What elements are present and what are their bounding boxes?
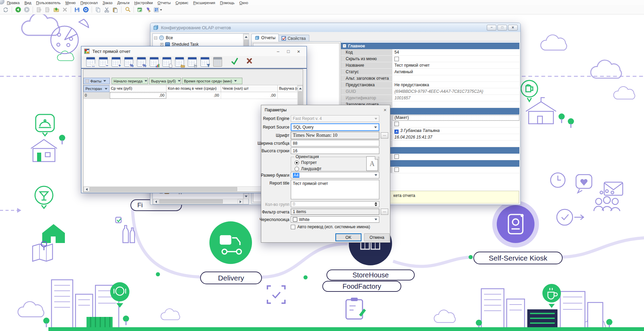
expand-icon[interactable] (160, 43, 163, 46)
tree-item-all[interactable]: Все (154, 35, 173, 41)
prop-row[interactable]: Скрыть из меню (341, 56, 519, 62)
menu-rasshireniya[interactable]: Расширения (193, 1, 215, 5)
prop-row[interactable]: Код54 (341, 49, 519, 56)
exit-alt-icon[interactable] (44, 6, 51, 13)
menu-polzovatel[interactable]: Пользователь (36, 1, 60, 5)
minimize-icon[interactable]: – (273, 47, 283, 55)
filter-icon[interactable] (200, 57, 209, 67)
filter-browse-button[interactable] (381, 209, 388, 215)
delete-icon[interactable] (61, 6, 68, 13)
column-header[interactable]: Чеков (нал) шт (221, 85, 278, 92)
cut-icon[interactable] (103, 6, 110, 13)
data-field-chip[interactable]: Начало периода (112, 78, 148, 84)
paste-icon[interactable] (112, 6, 119, 13)
data-cell[interactable]: ,00 (221, 92, 278, 99)
minimize-icon[interactable] (487, 25, 496, 31)
collapse-icon[interactable] (154, 36, 157, 40)
layout-icon[interactable] (213, 57, 222, 67)
dialog-title-bar[interactable]: Параметры × (261, 105, 390, 114)
font-field[interactable]: Times New Roman: 10 (291, 132, 379, 139)
view-grid-icon[interactable] (153, 6, 164, 13)
percent-column-icon[interactable]: % (137, 57, 146, 67)
checkbox[interactable] (291, 225, 295, 229)
groups-spinner[interactable]: 0 (291, 201, 379, 207)
paper-select[interactable]: A4 (291, 172, 379, 178)
tree-hscrollbar[interactable] (153, 199, 243, 204)
menu-pravka[interactable]: Правка (7, 1, 20, 5)
menu-servis[interactable]: Сервис (175, 1, 188, 5)
data-cell[interactable] (278, 92, 298, 99)
menu-pomosch[interactable]: Помощь (220, 1, 235, 5)
prop-row[interactable]: Идентификатор1001657 (341, 95, 519, 101)
exit-icon[interactable] (35, 6, 43, 13)
checkbox[interactable] (394, 122, 399, 126)
report-source-select[interactable]: SQL Query (291, 123, 379, 131)
chart-icon[interactable] (150, 57, 159, 67)
close-icon[interactable]: × (294, 47, 304, 55)
back-icon[interactable] (14, 6, 22, 13)
report-title-textarea[interactable]: Тест прямой отчет (291, 180, 379, 199)
olap-title-bar[interactable]: Конфигурирование OLAP отчетов (150, 23, 520, 32)
report-engine-select[interactable]: Fast Report v. 4 (291, 115, 379, 122)
menu-dengi[interactable]: Деньги (117, 1, 130, 5)
report-title-bar[interactable]: Тест прямой отчет – □ × (81, 46, 307, 56)
row-height-input[interactable]: 16 (291, 147, 379, 154)
data-field-chip[interactable]: Время простоя средн (мин) (182, 78, 242, 84)
tab-reports[interactable]: Отчеты (251, 34, 279, 42)
section-main[interactable]: Главное (341, 43, 519, 49)
cancel-button[interactable]: Отмена (364, 233, 390, 241)
apply-icon[interactable] (231, 57, 238, 67)
maximize-icon[interactable] (497, 25, 507, 31)
prop-row[interactable]: СтатусАктивный (341, 69, 519, 75)
prop-row[interactable]: НазваниеТест прямой отчет (341, 62, 519, 69)
row-header[interactable]: 0 (83, 92, 110, 99)
swap-axes-icon[interactable]: ↔ (86, 57, 95, 67)
pointer-icon[interactable] (145, 6, 152, 13)
menu-zakaz[interactable]: Заказ (103, 1, 113, 5)
data-field-chip[interactable]: Выручка (руб) (149, 78, 181, 84)
font-browse-button[interactable] (381, 132, 388, 139)
percent-row-icon[interactable]: % (124, 57, 133, 67)
radio-icon[interactable] (295, 167, 299, 171)
close-icon[interactable] (508, 25, 518, 31)
folder-up-icon[interactable] (53, 6, 60, 13)
copy-icon[interactable] (94, 6, 102, 13)
close-icon[interactable]: × (383, 107, 387, 113)
column-header[interactable]: Кол-во позиц в чеке (средн) (166, 85, 221, 92)
remove-column-icon[interactable]: − (99, 57, 108, 67)
checkbox[interactable] (394, 154, 399, 159)
refresh-icon[interactable] (82, 6, 89, 13)
forward-icon[interactable] (23, 6, 30, 13)
landscape-radio[interactable]: Ландшафт (295, 166, 376, 171)
menu-okno[interactable]: Окно (239, 1, 248, 5)
stripes-select[interactable]: White (291, 216, 379, 223)
edit-window-icon[interactable] (136, 6, 143, 13)
checkbox[interactable] (394, 57, 399, 61)
copy-grid-icon[interactable] (162, 57, 171, 67)
prop-row[interactable]: Альт. заголовок отчета (341, 75, 519, 82)
search-icon[interactable] (124, 6, 131, 13)
row-field-chip[interactable]: Ресторан (83, 85, 110, 92)
menu-nastroyki[interactable]: Настройки (134, 1, 153, 5)
menu-personal[interactable]: Персонал (80, 1, 98, 5)
maximize-icon[interactable]: □ (283, 47, 294, 55)
filter-field[interactable]: 1 items (291, 209, 379, 215)
col-width-input[interactable]: 88 (291, 140, 379, 146)
filter-field-chip[interactable]: Факты (83, 78, 110, 84)
menu-vid[interactable]: Вид (24, 1, 31, 5)
print-icon[interactable] (188, 57, 197, 67)
cancel-icon[interactable] (246, 57, 253, 66)
data-cell[interactable]: ,00 (166, 92, 221, 99)
checkbox[interactable] (394, 167, 399, 172)
portrait-radio[interactable]: Портрет (295, 160, 376, 165)
export-icon[interactable] (175, 57, 184, 67)
menu-otchety[interactable]: Отчеты (158, 1, 171, 5)
add-column-icon[interactable]: + (112, 57, 120, 67)
prop-row[interactable]: GUID{694BBDC9-9797-4EEC-A4A7-7C81C7375C2… (341, 88, 519, 95)
sync-icon[interactable] (2, 6, 9, 13)
save-icon[interactable] (73, 6, 81, 13)
menu-menu[interactable]: Меню (65, 1, 76, 5)
prop-row[interactable]: ПредустановкаНе предустановка (341, 82, 519, 88)
auto-translate-row[interactable]: Авто перевод (исп. системные имена) (291, 224, 370, 229)
collapse-icon[interactable] (343, 44, 346, 47)
